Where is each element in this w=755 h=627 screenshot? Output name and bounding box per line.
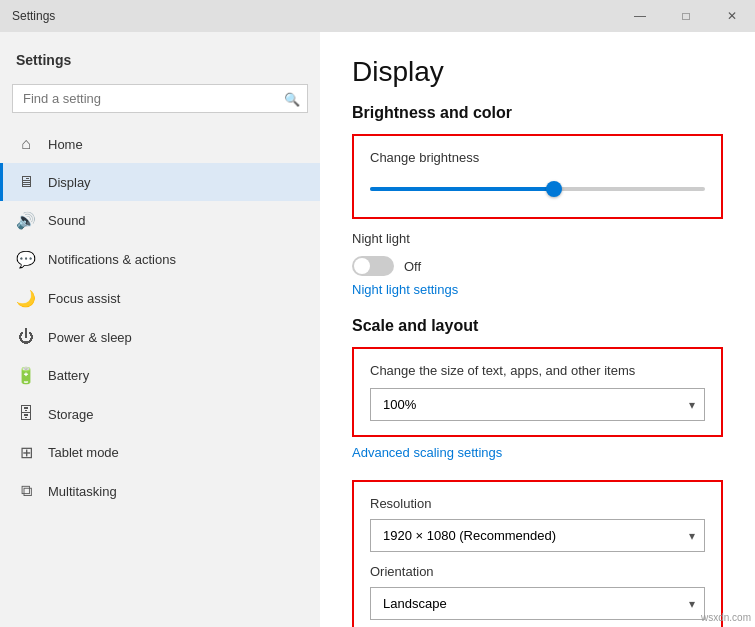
sidebar-label-tablet: Tablet mode [48, 445, 119, 460]
resolution-box: Resolution 1920 × 1080 (Recommended)1280… [352, 480, 723, 627]
titlebar: Settings — □ ✕ [0, 0, 755, 32]
night-light-row: Night light [352, 231, 723, 246]
sidebar-label-storage: Storage [48, 407, 94, 422]
power-icon: ⏻ [16, 328, 36, 346]
sidebar-label-home: Home [48, 137, 83, 152]
maximize-button[interactable]: □ [663, 0, 709, 32]
sidebar-label-focus: Focus assist [48, 291, 120, 306]
brightness-slider-container [370, 175, 705, 203]
titlebar-controls: — □ ✕ [617, 0, 755, 32]
sidebar-item-display[interactable]: 🖥 Display [0, 163, 320, 201]
sound-icon: 🔊 [16, 211, 36, 230]
brightness-section-heading: Brightness and color [352, 104, 723, 122]
sidebar-item-home[interactable]: ⌂ Home [0, 125, 320, 163]
brightness-label: Change brightness [370, 150, 705, 165]
sidebar-item-sound[interactable]: 🔊 Sound [0, 201, 320, 240]
storage-icon: 🗄 [16, 405, 36, 423]
brightness-thumb[interactable] [546, 181, 562, 197]
battery-icon: 🔋 [16, 366, 36, 385]
orientation-dropdown-row: LandscapePortraitLandscape (flipped)Port… [370, 587, 705, 620]
home-icon: ⌂ [16, 135, 36, 153]
sidebar-label-display: Display [48, 175, 91, 190]
sidebar: Settings 🔍 ⌂ Home🖥 Display🔊 Sound💬 Notif… [0, 32, 320, 627]
search-input[interactable] [12, 84, 308, 113]
scale-dropdown[interactable]: 100%125%150%175% [370, 388, 705, 421]
scale-box: Change the size of text, apps, and other… [352, 347, 723, 437]
sidebar-label-notif: Notifications & actions [48, 252, 176, 267]
sidebar-label-multi: Multitasking [48, 484, 117, 499]
advanced-scaling-link[interactable]: Advanced scaling settings [352, 445, 723, 460]
sidebar-label-sound: Sound [48, 213, 86, 228]
main-content: Display Brightness and color Change brig… [320, 32, 755, 627]
night-light-label: Night light [352, 231, 410, 246]
sidebar-app-title: Settings [0, 32, 320, 76]
brightness-track [370, 187, 705, 191]
scale-label: Change the size of text, apps, and other… [370, 363, 705, 378]
sidebar-item-storage[interactable]: 🗄 Storage [0, 395, 320, 433]
tablet-icon: ⊞ [16, 443, 36, 462]
sidebar-label-power: Power & sleep [48, 330, 132, 345]
orientation-dropdown[interactable]: LandscapePortraitLandscape (flipped)Port… [370, 587, 705, 620]
sidebar-item-notif[interactable]: 💬 Notifications & actions [0, 240, 320, 279]
sidebar-item-power[interactable]: ⏻ Power & sleep [0, 318, 320, 356]
resolution-dropdown[interactable]: 1920 × 1080 (Recommended)1280 × 7201024 … [370, 519, 705, 552]
notif-icon: 💬 [16, 250, 36, 269]
display-icon: 🖥 [16, 173, 36, 191]
sidebar-item-multi[interactable]: ⧉ Multitasking [0, 472, 320, 510]
toggle-knob [354, 258, 370, 274]
night-light-toggle-row: Off [352, 256, 723, 276]
multi-icon: ⧉ [16, 482, 36, 500]
resolution-label: Resolution [370, 496, 705, 511]
nav-container: ⌂ Home🖥 Display🔊 Sound💬 Notifications & … [0, 125, 320, 510]
sidebar-item-battery[interactable]: 🔋 Battery [0, 356, 320, 395]
sidebar-item-tablet[interactable]: ⊞ Tablet mode [0, 433, 320, 472]
watermark: wsxdn.com [701, 612, 751, 623]
resolution-dropdown-row: 1920 × 1080 (Recommended)1280 × 7201024 … [370, 519, 705, 552]
scale-dropdown-row: 100%125%150%175% ▾ [370, 388, 705, 421]
sidebar-label-battery: Battery [48, 368, 89, 383]
night-light-state: Off [404, 259, 421, 274]
night-light-settings-link[interactable]: Night light settings [352, 282, 723, 297]
app-body: Settings 🔍 ⌂ Home🖥 Display🔊 Sound💬 Notif… [0, 32, 755, 627]
sidebar-search: 🔍 [12, 84, 308, 113]
minimize-button[interactable]: — [617, 0, 663, 32]
brightness-fill [370, 187, 554, 191]
scale-section-heading: Scale and layout [352, 317, 723, 335]
brightness-box: Change brightness [352, 134, 723, 219]
close-button[interactable]: ✕ [709, 0, 755, 32]
page-title: Display [352, 56, 723, 88]
titlebar-title: Settings [12, 9, 55, 23]
focus-icon: 🌙 [16, 289, 36, 308]
orientation-label: Orientation [370, 564, 705, 579]
sidebar-item-focus[interactable]: 🌙 Focus assist [0, 279, 320, 318]
search-icon: 🔍 [284, 91, 300, 106]
night-light-toggle[interactable] [352, 256, 394, 276]
